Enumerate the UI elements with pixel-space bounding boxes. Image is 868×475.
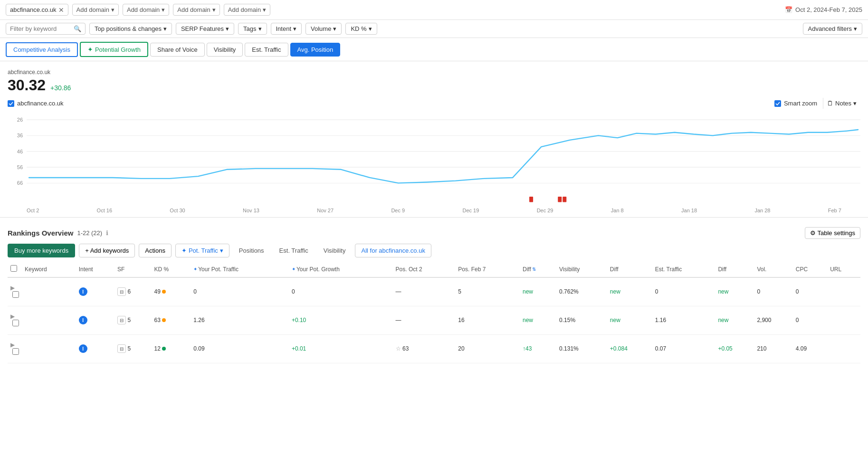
domain-label: abcfinance.co.uk bbox=[10, 6, 57, 13]
volume-filter-button[interactable]: Volume ▾ bbox=[305, 23, 342, 35]
intent-badge: I bbox=[79, 316, 87, 324]
x-label-oct30: Oct 30 bbox=[170, 208, 185, 213]
row-checkbox-cell[interactable]: ▶ bbox=[8, 334, 22, 363]
chart-domain-label: abcfinance.co.uk bbox=[8, 69, 860, 76]
chevron-down-icon: ▾ bbox=[853, 100, 857, 107]
pos-feb7-header: Pos. Feb 7 bbox=[455, 261, 520, 277]
row-checkbox-cell[interactable]: ▶ bbox=[8, 306, 22, 334]
add-domain-button-4[interactable]: Add domain ▾ bbox=[224, 4, 270, 16]
row-checkbox[interactable] bbox=[12, 320, 19, 326]
row-est-diff: new bbox=[715, 277, 754, 306]
tab-share-of-voice[interactable]: Share of Voice bbox=[150, 43, 205, 57]
row-keyword bbox=[22, 306, 76, 334]
filter-bar: 🔍 Top positions & changes ▾ SERP Feature… bbox=[0, 20, 868, 38]
chevron-down-icon: ▾ bbox=[162, 6, 165, 13]
row-pos-feb7: 20 bbox=[455, 334, 520, 363]
x-label-jan8: Jan 8 bbox=[611, 208, 624, 213]
est-traffic-tab[interactable]: Est. Traffic bbox=[274, 244, 314, 257]
row-checkbox[interactable] bbox=[12, 348, 19, 355]
add-domain-button-1[interactable]: Add domain ▾ bbox=[72, 4, 119, 16]
expand-row-icon[interactable]: ▶ bbox=[10, 285, 15, 291]
positions-tab[interactable]: Positions bbox=[233, 244, 270, 257]
chart-controls: Smart zoom 🗒 Notes ▾ bbox=[774, 98, 860, 109]
visibility-header: Visibility bbox=[556, 261, 607, 277]
tab-avg-position[interactable]: Avg. Position bbox=[290, 43, 341, 57]
row-diff: new bbox=[520, 306, 556, 334]
settings-icon: ⚙ bbox=[810, 229, 816, 237]
tags-filter-button[interactable]: Tags ▾ bbox=[238, 23, 267, 35]
visibility-tab[interactable]: Visibility bbox=[318, 244, 352, 257]
chevron-down-icon: ▾ bbox=[111, 6, 114, 13]
table-header-row: Keyword Intent SF KD % ✦ Your Pot. Traff… bbox=[8, 261, 860, 277]
keyword-filter-input[interactable] bbox=[10, 25, 72, 32]
pot-traffic-button[interactable]: ✦ Pot. Traffic ▾ bbox=[175, 244, 229, 257]
row-est-diff: new bbox=[715, 306, 754, 334]
add-domain-button-2[interactable]: Add domain ▾ bbox=[123, 4, 169, 16]
your-pot-traffic-header: ✦ Your Pot. Traffic bbox=[191, 261, 289, 277]
row-vis-diff: +0.084 bbox=[607, 334, 652, 363]
notes-button[interactable]: 🗒 Notes ▾ bbox=[823, 98, 860, 109]
rankings-range: 1-22 (22) ℹ bbox=[77, 229, 108, 237]
buy-keywords-button[interactable]: Buy more keywords bbox=[8, 244, 75, 257]
select-all-checkbox[interactable] bbox=[10, 265, 17, 272]
table-row: ▶ I ⊟ 6 49 0 0 — 5 new bbox=[8, 277, 860, 306]
url-header: URL bbox=[827, 261, 860, 277]
chevron-down-icon: ▾ bbox=[163, 25, 167, 32]
notes-icon: 🗒 bbox=[827, 100, 833, 107]
pos-oct2-header: Pos. Oct 2 bbox=[393, 261, 456, 277]
svg-text:46: 46 bbox=[17, 149, 23, 154]
smart-zoom-label: Smart zoom bbox=[784, 100, 817, 107]
svg-text:56: 56 bbox=[17, 164, 23, 170]
row-vis-diff: new bbox=[607, 277, 652, 306]
diff-header: Diff ⇅ bbox=[520, 261, 556, 277]
svg-rect-11 bbox=[558, 197, 562, 202]
chart-svg: 26 36 46 56 66 bbox=[8, 111, 860, 206]
close-domain-icon[interactable]: ✕ bbox=[58, 7, 64, 13]
positions-filter-button[interactable]: Top positions & changes ▾ bbox=[89, 23, 172, 35]
x-label-nov13: Nov 13 bbox=[243, 208, 259, 213]
tab-est-traffic[interactable]: Est. Traffic bbox=[245, 43, 288, 57]
actions-button[interactable]: Actions bbox=[139, 244, 172, 257]
legend-checkbox[interactable] bbox=[8, 100, 14, 107]
add-domain-button-3[interactable]: Add domain ▾ bbox=[173, 4, 219, 16]
table-settings-button[interactable]: ⚙ Table settings bbox=[805, 227, 861, 239]
row-cpc: 4.09 bbox=[793, 334, 827, 363]
row-vol: 210 bbox=[754, 334, 792, 363]
serp-filter-button[interactable]: SERP Features ▾ bbox=[176, 23, 234, 35]
smart-zoom-control: Smart zoom bbox=[774, 100, 817, 107]
rankings-header: Rankings Overview 1-22 (22) ℹ ⚙ Table se… bbox=[8, 227, 860, 239]
intent-badge: I bbox=[79, 287, 87, 296]
legend-label: abcfinance.co.uk bbox=[17, 100, 64, 107]
expand-row-icon[interactable]: ▶ bbox=[10, 313, 15, 320]
select-all-header[interactable] bbox=[8, 261, 22, 277]
intent-filter-button[interactable]: Intent ▾ bbox=[271, 23, 302, 35]
row-cpc: 0 bbox=[793, 277, 827, 306]
smart-zoom-checkbox[interactable] bbox=[774, 100, 781, 107]
chevron-down-icon: ▾ bbox=[333, 25, 336, 32]
svg-rect-10 bbox=[529, 197, 533, 202]
row-pos-oct2: — bbox=[393, 306, 456, 334]
row-pos-feb7: 16 bbox=[455, 306, 520, 334]
row-vol: 2,900 bbox=[754, 306, 792, 334]
row-url bbox=[827, 306, 860, 334]
intent-header: Intent bbox=[76, 261, 114, 277]
row-checkbox[interactable] bbox=[12, 291, 19, 298]
all-domain-tab[interactable]: All for abcfinance.co.uk bbox=[355, 244, 431, 257]
tab-potential-growth[interactable]: ✦ Potential Growth bbox=[80, 42, 148, 57]
tab-competitive-analysis[interactable]: Competitive Analysis bbox=[6, 42, 78, 57]
row-checkbox-cell[interactable]: ▶ bbox=[8, 277, 22, 306]
domain-tab[interactable]: abcfinance.co.uk ✕ bbox=[6, 4, 68, 16]
row-kd: 63 bbox=[152, 306, 191, 334]
date-range: 📅 Oct 2, 2024-Feb 7, 2025 bbox=[785, 6, 862, 13]
row-visibility: 0.762% bbox=[556, 277, 607, 306]
kd-filter-button[interactable]: KD % ▾ bbox=[345, 23, 377, 35]
tab-visibility[interactable]: Visibility bbox=[207, 43, 243, 57]
chevron-down-icon: ▾ bbox=[293, 25, 296, 32]
search-icon: 🔍 bbox=[74, 25, 81, 32]
expand-row-icon[interactable]: ▶ bbox=[10, 342, 15, 348]
chevron-down-icon: ▾ bbox=[854, 25, 857, 32]
keyword-filter-wrap[interactable]: 🔍 bbox=[6, 23, 86, 35]
add-keywords-button[interactable]: + Add keywords bbox=[79, 244, 135, 257]
row-visibility: 0.15% bbox=[556, 306, 607, 334]
advanced-filters-button[interactable]: Advanced filters ▾ bbox=[803, 23, 863, 35]
